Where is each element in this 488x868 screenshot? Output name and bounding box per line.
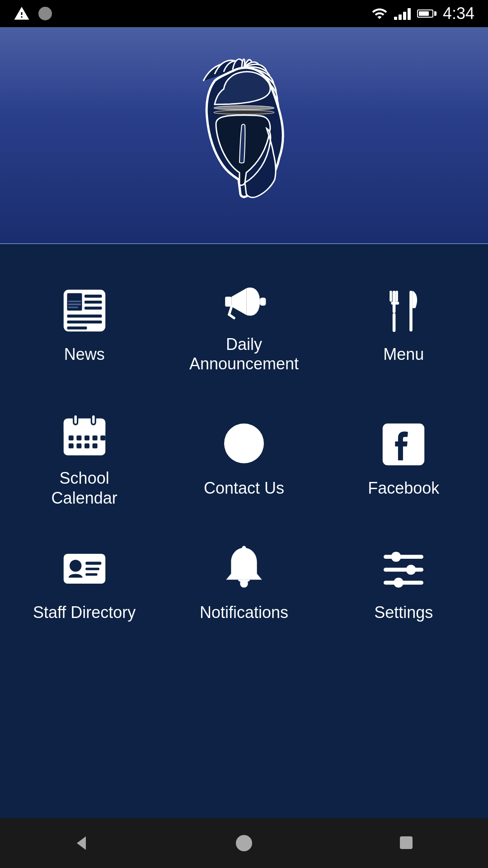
header-logo-area bbox=[0, 27, 488, 244]
svg-rect-20 bbox=[391, 302, 399, 305]
sliders-icon bbox=[379, 544, 428, 594]
svg-line-16 bbox=[229, 315, 234, 318]
svg-rect-48 bbox=[384, 568, 423, 572]
menu-label: Menu bbox=[383, 344, 424, 364]
svg-rect-13 bbox=[225, 297, 231, 307]
svg-marker-52 bbox=[77, 836, 86, 850]
staff-directory-button[interactable]: Staff Directory bbox=[9, 530, 160, 636]
svg-rect-45 bbox=[242, 546, 246, 551]
contact-us-label: Contact Us bbox=[204, 478, 284, 498]
svg-rect-36 bbox=[100, 436, 105, 441]
status-right-icons: 4:34 bbox=[371, 4, 474, 23]
warning-icon bbox=[14, 5, 30, 22]
svg-rect-11 bbox=[68, 303, 81, 305]
recent-apps-button[interactable] bbox=[391, 827, 422, 859]
svg-rect-34 bbox=[84, 443, 89, 448]
spartan-helmet-logo bbox=[176, 54, 312, 217]
nav-bar bbox=[0, 818, 488, 868]
battery-icon bbox=[417, 9, 436, 18]
svg-line-15 bbox=[229, 307, 232, 315]
facebook-button[interactable]: Facebook bbox=[328, 396, 479, 521]
menu-button[interactable]: Menu bbox=[328, 262, 479, 387]
svg-rect-32 bbox=[68, 443, 73, 448]
svg-rect-31 bbox=[92, 436, 97, 441]
svg-rect-21 bbox=[393, 313, 396, 332]
home-button[interactable] bbox=[228, 827, 260, 859]
chat-icon bbox=[219, 420, 269, 469]
svg-rect-4 bbox=[84, 294, 102, 297]
svg-rect-46 bbox=[384, 555, 423, 559]
svg-rect-35 bbox=[92, 443, 97, 448]
settings-label: Settings bbox=[374, 603, 433, 622]
svg-rect-29 bbox=[76, 436, 81, 441]
svg-point-51 bbox=[394, 578, 404, 588]
news-button[interactable]: News bbox=[9, 262, 160, 387]
svg-rect-26 bbox=[73, 415, 77, 425]
svg-rect-14 bbox=[260, 297, 266, 306]
notifications-label: Notifications bbox=[200, 603, 288, 622]
svg-rect-43 bbox=[85, 573, 97, 576]
svg-point-37 bbox=[224, 424, 264, 463]
school-calendar-button[interactable]: SchoolCalendar bbox=[9, 396, 160, 521]
back-button[interactable] bbox=[66, 827, 97, 859]
school-calendar-label: SchoolCalendar bbox=[52, 468, 117, 507]
id-card-icon bbox=[60, 544, 109, 594]
signal-icon bbox=[394, 7, 411, 20]
svg-rect-18 bbox=[390, 291, 393, 302]
logo-container bbox=[172, 49, 316, 221]
contact-us-button[interactable]: Contact Us bbox=[169, 396, 319, 521]
notifications-button[interactable]: Notifications bbox=[169, 530, 319, 636]
svg-rect-28 bbox=[68, 436, 73, 441]
status-bar: 4:34 bbox=[0, 0, 488, 27]
svg-rect-10 bbox=[68, 301, 81, 302]
megaphone-icon bbox=[219, 276, 269, 326]
daily-announcement-label: DailyAnnouncement bbox=[189, 335, 299, 373]
svg-rect-6 bbox=[84, 307, 102, 310]
newspaper-icon bbox=[60, 286, 109, 335]
facebook-label: Facebook bbox=[368, 478, 439, 498]
calendar-icon bbox=[60, 410, 109, 459]
bell-icon bbox=[219, 544, 269, 594]
wifi-icon bbox=[371, 5, 388, 22]
svg-rect-22 bbox=[410, 291, 413, 331]
staff-directory-label: Staff Directory bbox=[33, 603, 136, 622]
svg-rect-8 bbox=[67, 321, 102, 324]
status-time: 4:34 bbox=[443, 4, 474, 23]
svg-rect-33 bbox=[76, 443, 81, 448]
sync-icon bbox=[37, 5, 53, 22]
settings-button[interactable]: Settings bbox=[328, 530, 479, 636]
svg-point-49 bbox=[406, 565, 416, 575]
svg-rect-42 bbox=[85, 568, 99, 571]
svg-point-44 bbox=[240, 580, 248, 588]
news-label: News bbox=[64, 344, 105, 364]
svg-rect-41 bbox=[85, 561, 101, 565]
svg-rect-54 bbox=[400, 836, 413, 849]
svg-point-53 bbox=[236, 835, 252, 851]
svg-point-0 bbox=[38, 7, 52, 20]
main-grid: News DailyAnnouncement bbox=[0, 244, 488, 818]
svg-rect-27 bbox=[91, 415, 95, 425]
status-left-icons bbox=[14, 5, 53, 22]
svg-rect-25 bbox=[63, 428, 105, 432]
svg-rect-19 bbox=[396, 291, 399, 302]
daily-announcement-button[interactable]: DailyAnnouncement bbox=[169, 262, 319, 387]
svg-rect-9 bbox=[67, 326, 87, 330]
utensils-icon bbox=[379, 286, 428, 335]
svg-point-47 bbox=[391, 552, 401, 561]
svg-rect-5 bbox=[84, 301, 102, 304]
svg-rect-7 bbox=[67, 314, 102, 317]
svg-point-40 bbox=[70, 560, 81, 571]
svg-rect-30 bbox=[84, 436, 89, 441]
facebook-icon bbox=[379, 420, 428, 469]
svg-rect-12 bbox=[68, 307, 78, 308]
